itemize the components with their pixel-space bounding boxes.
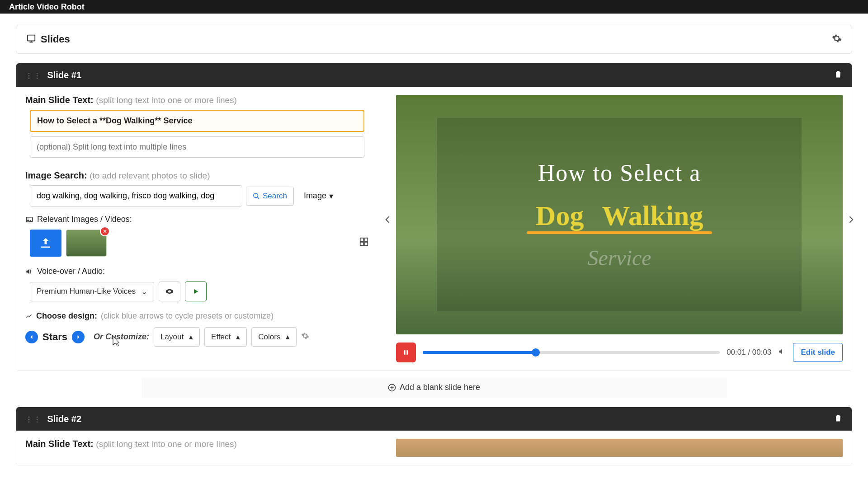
svg-line-4 (257, 197, 259, 199)
image-thumbnail[interactable]: ✕ (66, 230, 107, 257)
image-search-input[interactable] (30, 185, 242, 206)
slide-header-1: ⋮⋮ Slide #1 (16, 63, 852, 87)
grid-view-icon[interactable] (359, 237, 387, 249)
preview-highlight-word2: Walking (602, 200, 703, 232)
drag-handle-icon[interactable]: ⋮⋮ (25, 416, 42, 423)
svg-point-12 (168, 291, 171, 293)
slide-title: Slide #1 (47, 70, 81, 80)
customize-label: Or Customize: (94, 332, 149, 342)
effect-dropdown[interactable]: Effect▴ (204, 327, 247, 347)
add-blank-slide-button[interactable]: Add a blank slide here (142, 377, 727, 398)
design-settings-icon[interactable] (301, 332, 309, 342)
slide-preview: How to Select a Dog Walking Service (396, 95, 843, 334)
edit-slide-button[interactable]: Edit slide (793, 343, 843, 362)
svg-point-6 (28, 218, 28, 219)
slides-panel-header: Slides (16, 25, 852, 54)
drag-handle-icon[interactable]: ⋮⋮ (25, 72, 42, 80)
relevant-images-label: Relevant Images / Videos: (25, 215, 387, 224)
main-text-label-2: Main Slide Text: (split long text into o… (25, 439, 387, 449)
preview-text-line3: Service (587, 245, 651, 270)
caret-up-icon: ▴ (236, 332, 240, 342)
preview-next-arrow[interactable] (846, 212, 855, 229)
prev-preset-button[interactable] (25, 331, 38, 343)
svg-rect-7 (360, 238, 363, 241)
caret-down-icon: ▾ (329, 191, 333, 201)
next-preset-button[interactable] (72, 331, 85, 343)
delete-slide-icon[interactable] (834, 70, 843, 80)
volume-icon[interactable] (778, 347, 786, 358)
svg-rect-14 (406, 350, 408, 355)
panel-title: Slides (41, 33, 70, 45)
main-slide-text-input[interactable] (30, 110, 364, 132)
voice-dropdown[interactable]: Premium Human-Like Voices ⌄ (30, 282, 154, 301)
choose-design-label: Choose design: (click blue arrows to cyc… (25, 311, 387, 321)
voiceover-label: Voice-over / Audio: (25, 267, 387, 276)
play-audio-button[interactable] (185, 282, 207, 301)
brand-logo: Article Video Robot (9, 2, 85, 12)
preview-underline (527, 231, 712, 234)
main-text-label: Main Slide Text: (split long text into o… (25, 95, 387, 105)
preview-prev-arrow[interactable] (383, 212, 392, 229)
slide-card-2: ⋮⋮ Slide #2 Main Slide Text: (split long… (16, 407, 852, 465)
playback-scrubber[interactable] (423, 351, 720, 354)
slide-card-1: ⋮⋮ Slide #1 Main Slide Text: (split long… (16, 63, 852, 371)
top-nav-bar: Article Video Robot (0, 0, 868, 14)
scrubber-handle[interactable] (532, 348, 540, 357)
image-dropdown[interactable]: Image ▾ (297, 187, 340, 206)
slide-preview-2 (396, 439, 843, 457)
pause-button[interactable] (396, 343, 416, 362)
voice-settings-button[interactable] (159, 282, 180, 301)
slide-title: Slide #2 (47, 414, 81, 424)
preview-text-line1: How to Select a (538, 160, 701, 186)
svg-point-3 (254, 193, 258, 197)
image-search-label: Image Search: (to add relevant photos to… (25, 170, 387, 181)
search-button[interactable]: Search (246, 187, 294, 206)
svg-rect-8 (364, 238, 368, 241)
colors-dropdown[interactable]: Colors▴ (251, 327, 297, 347)
delete-slide-icon[interactable] (834, 413, 843, 424)
caret-up-icon: ▴ (189, 332, 193, 342)
upload-image-button[interactable] (30, 230, 61, 257)
optional-text-input[interactable] (30, 136, 364, 158)
remove-thumbnail-icon[interactable]: ✕ (100, 226, 110, 236)
playback-time: 00:01 / 00:03 (726, 348, 771, 357)
chevron-down-icon: ⌄ (141, 287, 147, 296)
slides-icon (26, 33, 36, 45)
caret-up-icon: ▴ (286, 332, 290, 342)
layout-dropdown[interactable]: Layout▴ (154, 327, 200, 347)
svg-rect-10 (364, 242, 368, 245)
svg-rect-13 (404, 350, 406, 355)
preview-highlight-word1: Dog (536, 200, 584, 232)
svg-rect-0 (28, 35, 35, 41)
preset-name: Stars (42, 331, 67, 343)
settings-gear-icon[interactable] (832, 33, 842, 45)
svg-rect-9 (360, 242, 363, 245)
slide-header-2: ⋮⋮ Slide #2 (16, 407, 852, 431)
